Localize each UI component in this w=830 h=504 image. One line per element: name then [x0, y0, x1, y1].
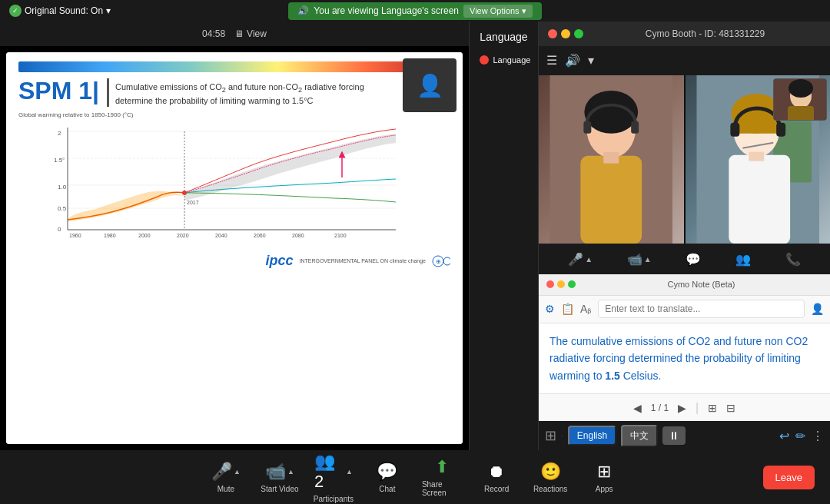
- note-panel-title: Cymo Note (Beta): [580, 280, 822, 289]
- reactions-label: Reactions: [533, 485, 567, 493]
- page-indicator: 1 / 1: [651, 403, 669, 413]
- chinese-label: 中文: [630, 429, 649, 443]
- chart-footer: ipcc INTERGOVERNMENTAL PANEL ON climate …: [18, 253, 450, 269]
- apps-label: Apps: [596, 485, 613, 493]
- font-size-icon[interactable]: Aᵦ: [580, 303, 592, 315]
- participant-figure-1: [539, 75, 684, 244]
- presentation-frame: 👤 SPM 1| Cumulative emissions of CO2 and…: [6, 52, 463, 444]
- collapse-icon[interactable]: ⊟: [726, 402, 735, 414]
- share-screen-button[interactable]: ⬆ Share Screen: [422, 457, 462, 497]
- avatar-placeholder: 👤: [403, 58, 456, 112]
- video-chevron-icon: ▲: [287, 468, 294, 476]
- chart-title: Global warming relative to 1850-1900 (°C…: [18, 111, 450, 118]
- microphone-icon: 🎤: [568, 252, 583, 267]
- translation-action-buttons: ↩ ✏ ⋮: [779, 429, 824, 443]
- note-close-button[interactable]: [546, 280, 554, 288]
- top-notification-bar: ✓ Original Sound: On ▾ 🔊 You are viewing…: [0, 0, 830, 22]
- record-label: Record: [484, 485, 509, 493]
- spm-label: SPM 1|: [18, 78, 99, 107]
- mute-call-button[interactable]: 🎤 ▲: [568, 252, 593, 267]
- previous-page-button[interactable]: ◀: [633, 402, 642, 414]
- note-panel-window-controls: [546, 280, 576, 288]
- svg-text:1960: 1960: [69, 233, 81, 238]
- svg-text:0.5: 0.5: [58, 205, 67, 212]
- svg-rect-29: [580, 155, 642, 244]
- reactions-button[interactable]: 🙂 Reactions: [531, 462, 569, 493]
- participants-button[interactable]: 👥 2 ▲ Participants: [314, 452, 353, 503]
- ipcc-logo: ipcc: [265, 253, 293, 269]
- dot-separator: ·: [561, 432, 563, 440]
- chart-svg: 2 1.5° 1.0 0.5 0 1960 1980 2000 2020 204…: [18, 120, 450, 239]
- video-toggle-button[interactable]: 📹 ▲: [627, 252, 652, 267]
- next-page-button[interactable]: ▶: [678, 402, 686, 414]
- user-icon[interactable]: 👤: [811, 303, 824, 315]
- svg-rect-41: [730, 123, 739, 137]
- svg-text:0: 0: [58, 226, 61, 233]
- video-controls: 🎤 ▲ 📹 ▲ 💬 👥 📞: [539, 244, 830, 274]
- record-button[interactable]: ⏺ Record: [477, 462, 516, 493]
- participants-icon-button[interactable]: 👥: [735, 252, 751, 267]
- pause-translation-button[interactable]: ⏸: [662, 426, 686, 445]
- windows-icon: ⊞: [545, 427, 556, 444]
- maximize-window-button[interactable]: [574, 29, 583, 38]
- chat-button[interactable]: 💬 Chat: [368, 462, 407, 493]
- expand-icon[interactable]: ⊞: [708, 402, 717, 414]
- mic-chevron-icon: ▲: [585, 255, 593, 264]
- chinese-language-button[interactable]: 中文: [621, 425, 658, 447]
- camera-icon: 📹: [627, 252, 642, 267]
- toolbar-right: Leave: [763, 466, 815, 489]
- svg-text:2080: 2080: [292, 233, 304, 238]
- edit-icon[interactable]: ✏: [795, 429, 805, 443]
- right-header-icons: ☰ 🔊 ▾: [539, 46, 830, 75]
- chat-icon: 💬: [377, 462, 397, 482]
- participants-chevron-icon: ▲: [346, 468, 353, 476]
- video-icon: 📹: [265, 462, 286, 482]
- display-icon: 🖥: [234, 28, 244, 39]
- start-video-button[interactable]: 📹 ▲ Start Video: [261, 462, 299, 493]
- mute-button[interactable]: 🎤 ▲ Mute: [207, 462, 245, 493]
- svg-rect-37: [729, 154, 790, 244]
- end-call-icon: 📞: [785, 252, 801, 267]
- note-toolbar: ⚙ 📋 Aᵦ 👤: [539, 296, 830, 323]
- chat-label: Chat: [379, 485, 395, 493]
- share-toolbar: 04:58 🖥 View: [0, 22, 469, 46]
- view-options-button[interactable]: View Options ▾: [463, 5, 533, 18]
- chat-icon-button[interactable]: 💬: [686, 252, 701, 267]
- pause-icon: ⏸: [669, 429, 679, 442]
- note-minimize-button[interactable]: [557, 280, 565, 288]
- view-button[interactable]: 🖥 View: [234, 28, 267, 39]
- participants-icon: 👥 2: [314, 452, 344, 492]
- minimize-window-button[interactable]: [561, 29, 570, 38]
- participants-label: Participants: [314, 495, 354, 503]
- un-logo: ⊕: [432, 255, 450, 267]
- share-timer: 04:58: [202, 28, 225, 39]
- mute-label: Mute: [217, 485, 234, 493]
- note-panel: Cymo Note (Beta) ⚙ 📋 Aᵦ 👤 The cumulative…: [539, 274, 830, 421]
- translate-input[interactable]: [598, 300, 805, 318]
- slide-title-area: SPM 1| Cumulative emissions of CO2 and f…: [18, 78, 450, 107]
- language-item[interactable]: Language: [473, 52, 535, 68]
- note-maximize-button[interactable]: [568, 280, 576, 288]
- chevron-down-icon[interactable]: ▾: [588, 53, 594, 68]
- leave-button[interactable]: Leave: [763, 466, 815, 489]
- right-panel-title: Cymo Booth - ID: 481331229: [589, 28, 821, 39]
- mute-icon: 🎤: [211, 462, 232, 482]
- menu-icon[interactable]: ☰: [546, 53, 557, 68]
- original-sound-indicator[interactable]: ✓ Original Sound: On ▾: [9, 5, 111, 17]
- apps-button[interactable]: ⊞ Apps: [585, 462, 623, 493]
- settings-icon[interactable]: ⚙: [545, 303, 555, 315]
- note-text: The cumulative emissions of CO2 and futu…: [549, 335, 808, 382]
- undo-icon[interactable]: ↩: [779, 429, 789, 443]
- close-window-button[interactable]: [548, 29, 557, 38]
- more-options-icon[interactable]: ⋮: [812, 429, 824, 443]
- svg-rect-33: [631, 121, 639, 134]
- audio-icon[interactable]: 🔊: [565, 53, 580, 68]
- note-bold-text: 1.5: [605, 370, 619, 382]
- chat-bubble-icon: 💬: [686, 252, 701, 267]
- language-flag-icon: [480, 55, 489, 65]
- svg-point-26: [443, 257, 450, 265]
- share-screen-icon: ⬆: [435, 457, 449, 477]
- end-call-button[interactable]: 📞: [785, 252, 801, 267]
- english-language-button[interactable]: English: [568, 426, 616, 446]
- clipboard-icon[interactable]: 📋: [561, 303, 574, 315]
